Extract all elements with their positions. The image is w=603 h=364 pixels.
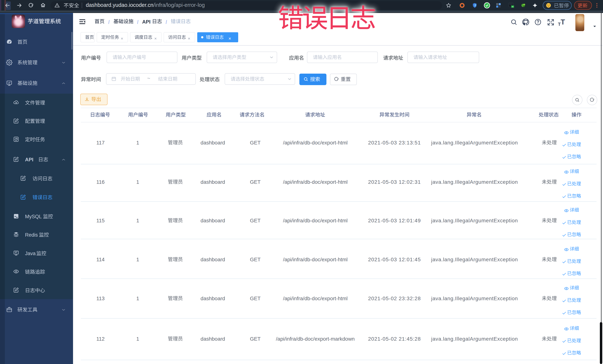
svg-text:on: on [512, 6, 514, 8]
